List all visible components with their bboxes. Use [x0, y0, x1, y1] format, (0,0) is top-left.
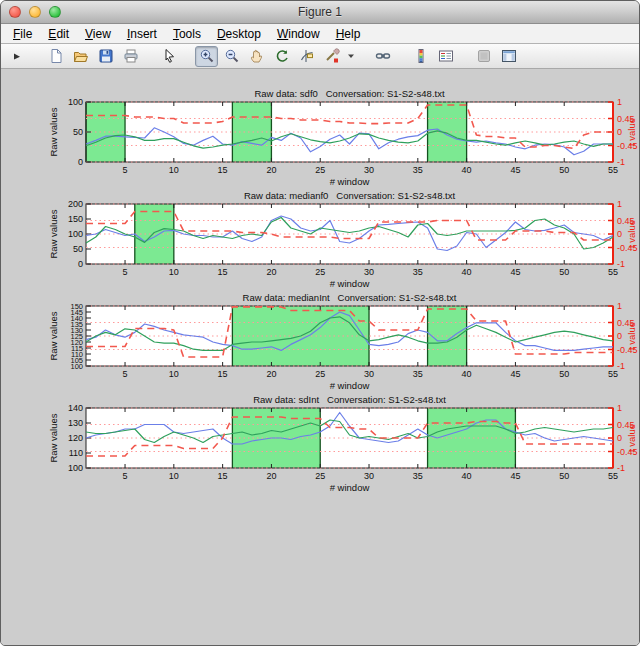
- y-axis-label-left: Raw values: [48, 413, 59, 462]
- y-tick-label: 130: [68, 418, 83, 428]
- right-tick-label: -1: [617, 463, 625, 473]
- y-tick-label: 110: [69, 448, 83, 458]
- brush-options[interactable]: [345, 46, 356, 67]
- x-tick-label: 15: [218, 165, 228, 175]
- toolbar-anchor-button[interactable]: [6, 46, 29, 67]
- menu-desktop[interactable]: Desktop: [209, 27, 269, 41]
- x-tick-label: 25: [315, 369, 325, 379]
- show-plot-tools-button[interactable]: [497, 46, 520, 67]
- y-tick-label: 150: [68, 214, 83, 224]
- right-tick-label: 1: [617, 403, 622, 413]
- minimize-button[interactable]: [29, 6, 41, 18]
- menu-help[interactable]: Help: [328, 27, 369, 41]
- open-file-button[interactable]: [69, 46, 92, 67]
- x-tick-label: 35: [413, 165, 423, 175]
- x-tick-label: 20: [266, 267, 276, 277]
- right-tick-label: -1: [617, 361, 625, 371]
- colorbar-icon: [413, 48, 429, 64]
- y-tick-label: 150: [70, 302, 83, 311]
- x-tick-label: 50: [559, 267, 569, 277]
- print-figure-button[interactable]: [119, 46, 142, 67]
- caret-down-icon: [347, 48, 355, 64]
- brush-data-button[interactable]: [320, 46, 343, 67]
- link-icon: [375, 48, 391, 64]
- x-tick-label: 30: [364, 165, 374, 175]
- x-tick-label: 45: [510, 369, 520, 379]
- link-plot-button[interactable]: [371, 46, 394, 67]
- x-tick-label: 50: [559, 369, 569, 379]
- zoom-out-button[interactable]: [220, 46, 243, 67]
- data-cursor-button[interactable]: [295, 46, 318, 67]
- rotate-3d-button[interactable]: [270, 46, 293, 67]
- open-folder-icon: [73, 48, 89, 64]
- edit-plot-button[interactable]: [157, 46, 180, 67]
- x-tick-label: 20: [266, 165, 276, 175]
- x-tick-label: 10: [169, 267, 179, 277]
- x-tick-label: 20: [266, 471, 276, 481]
- title-bar[interactable]: Figure 1: [1, 1, 639, 24]
- x-tick-label: 5: [123, 471, 128, 481]
- menu-insert[interactable]: Insert: [119, 27, 165, 41]
- plot-area[interactable]: [86, 408, 613, 468]
- x-tick-label: 5: [123, 267, 128, 277]
- menu-window[interactable]: Window: [269, 27, 328, 41]
- x-tick-label: 45: [510, 267, 520, 277]
- show-plot-tools-icon: [501, 48, 517, 64]
- window-title: Figure 1: [1, 5, 639, 19]
- x-tick-label: 45: [510, 471, 520, 481]
- subplot-medianint[interactable]: 5101520253035404550551001051101151201251…: [1, 292, 640, 394]
- x-tick-label: 10: [169, 369, 179, 379]
- zoom-out-icon: [224, 48, 240, 64]
- x-tick-label: 50: [559, 471, 569, 481]
- new-figure-button[interactable]: [44, 46, 67, 67]
- menu-view[interactable]: View: [77, 27, 119, 41]
- y-axis-label-left: Raw values: [48, 107, 59, 156]
- zoom-in-button[interactable]: [195, 46, 218, 67]
- x-tick-label: 30: [364, 471, 374, 481]
- legend-icon: [438, 48, 454, 64]
- right-tick-label: -1: [617, 157, 625, 167]
- close-button[interactable]: [9, 6, 21, 18]
- menu-tools[interactable]: Tools: [165, 27, 209, 41]
- subplot-sdf0[interactable]: 51015202530354045505505010010.450-0.45-1…: [1, 88, 640, 190]
- zoom-button[interactable]: [49, 6, 61, 18]
- subplot-sdint[interactable]: 51015202530354045505510011012013014010.4…: [1, 394, 640, 496]
- x-tick-label: 30: [364, 267, 374, 277]
- insert-colorbar-button[interactable]: [409, 46, 432, 67]
- y-tick-label: 200: [68, 199, 83, 209]
- menu-edit[interactable]: Edit: [40, 27, 77, 41]
- x-tick-label: 10: [169, 165, 179, 175]
- subplot-title: Raw data: medianf0 Conversation: S1-S2-s…: [244, 190, 456, 201]
- printer-icon: [123, 48, 139, 64]
- hide-plot-tools-icon: [476, 48, 492, 64]
- y-axis-label-right: t value: [626, 424, 637, 452]
- x-axis-label: # window: [330, 482, 370, 493]
- y-tick-label: 100: [68, 463, 83, 473]
- x-tick-label: 25: [315, 267, 325, 277]
- brush-icon: [324, 48, 340, 64]
- x-tick-label: 35: [413, 471, 423, 481]
- x-tick-label: 25: [315, 471, 325, 481]
- new-document-icon: [48, 48, 64, 64]
- rotate-3d-icon: [274, 48, 290, 64]
- figure-window: Figure 1 FileEditViewInsertToolsDesktopW…: [0, 0, 640, 646]
- save-figure-button[interactable]: [94, 46, 117, 67]
- y-tick-label: 50: [73, 244, 83, 254]
- x-tick-label: 40: [462, 267, 472, 277]
- y-tick-label: 100: [68, 229, 83, 239]
- right-tick-label: 0: [617, 229, 622, 239]
- menu-file[interactable]: File: [5, 27, 40, 41]
- subplot-title: Raw data: sdf0 Conversation: S1-S2-s48.t…: [254, 88, 444, 99]
- figure-canvas: 51015202530354045505505010010.450-0.45-1…: [1, 69, 639, 646]
- menu-bar: FileEditViewInsertToolsDesktopWindowHelp: [1, 24, 639, 44]
- x-axis-label: # window: [330, 380, 370, 391]
- y-tick-label: 120: [68, 433, 83, 443]
- y-axis-label-left: Raw values: [48, 209, 59, 258]
- insert-legend-button[interactable]: [434, 46, 457, 67]
- right-tick-label: 0: [617, 127, 622, 137]
- x-tick-label: 40: [462, 369, 472, 379]
- subplot-medianf0[interactable]: 51015202530354045505505010015020010.450-…: [1, 190, 640, 292]
- save-floppy-icon: [98, 48, 114, 64]
- pan-button[interactable]: [245, 46, 268, 67]
- right-tick-label: 1: [617, 97, 622, 107]
